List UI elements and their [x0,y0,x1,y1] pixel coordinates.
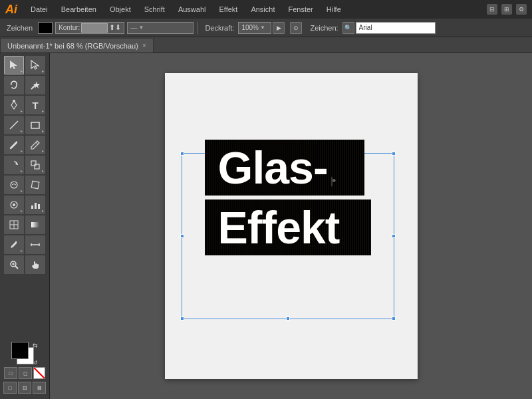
lasso-tool[interactable] [4,76,24,94]
tool-row-6: ▸ ▸ [1,156,48,174]
deckraft-arrow-btn[interactable]: ▶ [273,22,285,34]
style-btn[interactable]: ⊙ [290,22,302,34]
window-icon-3[interactable]: ⚙ [516,4,527,15]
draw-outside-btn[interactable]: ⊠ [33,382,46,394]
stroke-selector[interactable]: Kontur: ⬆⬇ [55,22,124,34]
fill-swatch[interactable] [38,22,53,34]
text-tool[interactable]: T ▸ [25,96,45,114]
svg-line-26 [15,266,18,269]
measure-tool[interactable] [25,235,45,254]
svg-marker-0 [10,61,17,69]
zeichen-search-icon[interactable]: 🔍 [342,22,354,34]
menu-effekt[interactable]: Effekt [216,4,240,15]
color-swatches: ⇆ ↺ [11,342,38,366]
handle-br[interactable] [392,317,396,321]
font-search-input[interactable] [356,22,436,34]
options-toolbar: Zeichen Kontur: ⬆⬇ — ▼ Deckraft: 100% ▼ … [0,19,532,37]
menu-hilfe[interactable]: Hilfe [324,4,344,15]
handle-ml[interactable] [180,234,184,238]
tool-row-8: ▸ ▸ [1,196,48,214]
pencil-tool[interactable]: ▸ [25,136,45,154]
tool-row-1: ▸ ▸ [1,56,48,74]
stroke-width-dropdown[interactable]: — ▼ [127,22,194,34]
document-tab[interactable]: Unbenannt-1* bei 68 % (RGB/Vorschau) × [0,38,154,53]
menu-objekt[interactable]: Objekt [107,4,134,15]
tool-row-3: ▸ T ▸ [1,96,48,114]
menu-ansicht[interactable]: Ansicht [248,4,277,15]
svg-rect-16 [35,203,37,209]
swap-colors-icon[interactable]: ⇆ [33,342,38,348]
draw-inside-btn[interactable]: ⊟ [18,382,31,394]
window-icon-2[interactable]: ⊞ [501,4,512,15]
free-transform-tool[interactable] [25,176,45,194]
mesh-tool[interactable] [4,215,24,234]
symbol-tool[interactable]: ▸ [4,196,24,214]
svg-point-4 [13,100,15,102]
menu-bearbeiten[interactable]: Bearbeiten [59,4,99,15]
pen-tool[interactable]: ▸ [4,96,24,114]
rotate-tool[interactable]: ▸ [4,156,24,174]
text-block-1: Glas- [205,140,364,196]
graph-tool[interactable]: ▸ [25,196,45,214]
scale-tool[interactable]: ▸ [25,156,45,174]
menu-schrift[interactable]: Schrift [142,4,168,15]
svg-marker-3 [33,81,40,88]
paintbrush-tool[interactable]: ▸ [4,136,24,154]
menu-fenster[interactable]: Fenster [285,4,315,15]
stroke-mode-btn[interactable]: ◻ [19,367,32,379]
handle-tl[interactable] [180,152,184,156]
hand-tool[interactable] [25,255,45,274]
none-color-btn[interactable] [33,367,45,379]
line-arrow: ▸ [21,128,23,133]
warp-arrow: ▸ [21,188,23,193]
svg-rect-15 [31,205,33,209]
window-controls: ⊟ ⊞ ⚙ [487,4,527,15]
title-bar: Ai Datei Bearbeiten Objekt Schrift Auswa… [0,0,532,19]
color-section: ⇆ ↺ □ ◻ □ ⊟ ⊠ [1,339,48,396]
deckraft-value: 100% [241,24,259,31]
text-tool-icon: T [32,100,38,111]
artwork-text-line1: Glas- [218,142,328,193]
select-tool[interactable]: ▸ [4,56,24,74]
scale-arrow: ▸ [42,168,44,173]
dropdown-arrow: ▼ [138,25,144,31]
svg-rect-17 [38,204,40,209]
text-block-2: Effekt [205,200,371,255]
foreground-color-swatch[interactable] [11,342,29,359]
zoom-tool[interactable] [4,255,24,274]
svg-rect-10 [35,164,39,169]
warp-tool[interactable]: ▸ [4,176,24,194]
toolbox: ▸ ▸ ▸ T ▸ [0,53,50,399]
svg-point-14 [13,203,15,206]
handle-bm[interactable] [286,317,290,321]
dropdown-arrow-deckraft: ▼ [260,25,265,31]
rect-arrow: ▸ [42,128,44,133]
gradient-tool[interactable] [25,215,45,234]
rectangle-tool[interactable]: ▸ [25,116,45,134]
graph-arrow: ▸ [42,208,44,213]
line-tool[interactable]: ▸ [4,116,24,134]
normal-view-btn[interactable]: □ [3,382,17,394]
svg-line-5 [10,121,18,129]
handle-bl[interactable] [180,317,184,321]
deckraft-section: Deckraft: 100% ▼ ▶ [202,22,285,34]
eyedropper-tool[interactable]: ▸ [4,235,24,254]
tab-close-btn[interactable]: × [142,42,146,49]
menu-auswahl[interactable]: Auswahl [176,4,209,15]
tab-bar: Unbenannt-1* bei 68 % (RGB/Vorschau) × [0,37,532,53]
app-logo: Ai [5,3,17,17]
main-area: ▸ ▸ ▸ T ▸ [0,53,532,399]
color-mode-row: □ ◻ [4,367,45,379]
direct-select-tool[interactable]: ▸ [25,56,45,74]
window-icon-1[interactable]: ⊟ [487,4,497,15]
fill-mode-btn[interactable]: □ [4,367,17,379]
tool-row-5: ▸ ▸ [1,136,48,154]
svg-rect-6 [31,122,39,128]
artwork-text-line2: Effekt [218,202,340,253]
tool-row-4: ▸ ▸ [1,116,48,134]
deckraft-dropdown[interactable]: 100% ▼ [238,22,271,34]
text-arrow: ▸ [42,108,44,113]
menu-datei[interactable]: Datei [28,4,51,15]
magic-wand-tool[interactable] [25,76,45,94]
reset-colors-icon[interactable]: ↺ [33,360,38,366]
